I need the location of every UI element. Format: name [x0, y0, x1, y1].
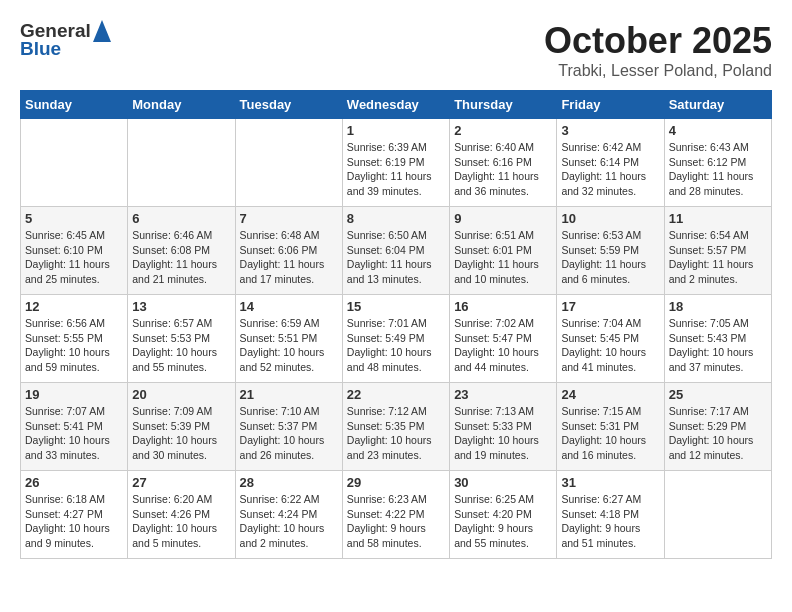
day-number: 19: [25, 387, 123, 402]
daylight-minutes: and 59 minutes.: [25, 360, 123, 375]
daylight-hours: Daylight: 10 hours: [561, 345, 659, 360]
calendar-cell: 20Sunrise: 7:09 AMSunset: 5:39 PMDayligh…: [128, 383, 235, 471]
daylight-hours: Daylight: 10 hours: [240, 345, 338, 360]
daylight-hours: Daylight: 10 hours: [240, 521, 338, 536]
calendar-cell: [21, 119, 128, 207]
calendar-cell: [128, 119, 235, 207]
day-number: 22: [347, 387, 445, 402]
calendar-cell: 1Sunrise: 6:39 AMSunset: 6:19 PMDaylight…: [342, 119, 449, 207]
sunset-info: Sunset: 5:39 PM: [132, 419, 230, 434]
daylight-hours: Daylight: 10 hours: [454, 433, 552, 448]
day-number: 17: [561, 299, 659, 314]
sunrise-info: Sunrise: 7:01 AM: [347, 316, 445, 331]
sunset-info: Sunset: 6:19 PM: [347, 155, 445, 170]
daylight-hours: Daylight: 10 hours: [454, 345, 552, 360]
daylight-minutes: and 16 minutes.: [561, 448, 659, 463]
daylight-hours: Daylight: 11 hours: [561, 257, 659, 272]
day-number: 20: [132, 387, 230, 402]
sunrise-info: Sunrise: 6:18 AM: [25, 492, 123, 507]
sunset-info: Sunset: 5:51 PM: [240, 331, 338, 346]
calendar-cell: 6Sunrise: 6:46 AMSunset: 6:08 PMDaylight…: [128, 207, 235, 295]
sunset-info: Sunset: 5:49 PM: [347, 331, 445, 346]
weekday-header-wednesday: Wednesday: [342, 91, 449, 119]
sunrise-info: Sunrise: 6:27 AM: [561, 492, 659, 507]
daylight-hours: Daylight: 10 hours: [347, 433, 445, 448]
daylight-hours: Daylight: 11 hours: [240, 257, 338, 272]
sunset-info: Sunset: 6:06 PM: [240, 243, 338, 258]
week-row-4: 19Sunrise: 7:07 AMSunset: 5:41 PMDayligh…: [21, 383, 772, 471]
sunset-info: Sunset: 6:16 PM: [454, 155, 552, 170]
day-number: 23: [454, 387, 552, 402]
day-number: 27: [132, 475, 230, 490]
weekday-header-monday: Monday: [128, 91, 235, 119]
sunrise-info: Sunrise: 6:50 AM: [347, 228, 445, 243]
calendar-cell: 16Sunrise: 7:02 AMSunset: 5:47 PMDayligh…: [450, 295, 557, 383]
daylight-minutes: and 19 minutes.: [454, 448, 552, 463]
daylight-hours: Daylight: 11 hours: [669, 169, 767, 184]
calendar-cell: 12Sunrise: 6:56 AMSunset: 5:55 PMDayligh…: [21, 295, 128, 383]
calendar-cell: 9Sunrise: 6:51 AMSunset: 6:01 PMDaylight…: [450, 207, 557, 295]
calendar-table: SundayMondayTuesdayWednesdayThursdayFrid…: [20, 90, 772, 559]
daylight-hours: Daylight: 10 hours: [25, 521, 123, 536]
daylight-hours: Daylight: 11 hours: [132, 257, 230, 272]
daylight-minutes: and 5 minutes.: [132, 536, 230, 551]
sunset-info: Sunset: 4:24 PM: [240, 507, 338, 522]
location-title: Trabki, Lesser Poland, Poland: [544, 62, 772, 80]
calendar-cell: 2Sunrise: 6:40 AMSunset: 6:16 PMDaylight…: [450, 119, 557, 207]
sunrise-info: Sunrise: 6:51 AM: [454, 228, 552, 243]
sunset-info: Sunset: 5:55 PM: [25, 331, 123, 346]
daylight-hours: Daylight: 10 hours: [347, 345, 445, 360]
sunset-info: Sunset: 6:08 PM: [132, 243, 230, 258]
sunrise-info: Sunrise: 7:04 AM: [561, 316, 659, 331]
sunrise-info: Sunrise: 7:05 AM: [669, 316, 767, 331]
calendar-cell: 18Sunrise: 7:05 AMSunset: 5:43 PMDayligh…: [664, 295, 771, 383]
sunrise-info: Sunrise: 6:39 AM: [347, 140, 445, 155]
daylight-hours: Daylight: 11 hours: [347, 257, 445, 272]
sunrise-info: Sunrise: 6:54 AM: [669, 228, 767, 243]
calendar-cell: 8Sunrise: 6:50 AMSunset: 6:04 PMDaylight…: [342, 207, 449, 295]
sunrise-info: Sunrise: 6:59 AM: [240, 316, 338, 331]
calendar-cell: 19Sunrise: 7:07 AMSunset: 5:41 PMDayligh…: [21, 383, 128, 471]
daylight-minutes: and 6 minutes.: [561, 272, 659, 287]
daylight-minutes: and 37 minutes.: [669, 360, 767, 375]
day-number: 30: [454, 475, 552, 490]
calendar-cell: 4Sunrise: 6:43 AMSunset: 6:12 PMDaylight…: [664, 119, 771, 207]
calendar-cell: 31Sunrise: 6:27 AMSunset: 4:18 PMDayligh…: [557, 471, 664, 559]
daylight-minutes: and 13 minutes.: [347, 272, 445, 287]
sunrise-info: Sunrise: 7:15 AM: [561, 404, 659, 419]
daylight-hours: Daylight: 10 hours: [669, 433, 767, 448]
daylight-hours: Daylight: 11 hours: [454, 169, 552, 184]
day-number: 3: [561, 123, 659, 138]
day-number: 14: [240, 299, 338, 314]
calendar-cell: 17Sunrise: 7:04 AMSunset: 5:45 PMDayligh…: [557, 295, 664, 383]
sunset-info: Sunset: 4:18 PM: [561, 507, 659, 522]
daylight-minutes: and 17 minutes.: [240, 272, 338, 287]
daylight-hours: Daylight: 9 hours: [561, 521, 659, 536]
daylight-hours: Daylight: 9 hours: [454, 521, 552, 536]
day-number: 7: [240, 211, 338, 226]
daylight-minutes: and 12 minutes.: [669, 448, 767, 463]
week-row-2: 5Sunrise: 6:45 AMSunset: 6:10 PMDaylight…: [21, 207, 772, 295]
calendar-cell: [235, 119, 342, 207]
calendar-cell: 21Sunrise: 7:10 AMSunset: 5:37 PMDayligh…: [235, 383, 342, 471]
daylight-minutes: and 55 minutes.: [454, 536, 552, 551]
sunrise-info: Sunrise: 7:09 AM: [132, 404, 230, 419]
sunset-info: Sunset: 5:45 PM: [561, 331, 659, 346]
daylight-hours: Daylight: 10 hours: [132, 433, 230, 448]
daylight-minutes: and 25 minutes.: [25, 272, 123, 287]
sunset-info: Sunset: 5:53 PM: [132, 331, 230, 346]
daylight-minutes: and 30 minutes.: [132, 448, 230, 463]
daylight-minutes: and 44 minutes.: [454, 360, 552, 375]
sunrise-info: Sunrise: 6:20 AM: [132, 492, 230, 507]
day-number: 16: [454, 299, 552, 314]
calendar-cell: 3Sunrise: 6:42 AMSunset: 6:14 PMDaylight…: [557, 119, 664, 207]
daylight-minutes: and 55 minutes.: [132, 360, 230, 375]
daylight-minutes: and 41 minutes.: [561, 360, 659, 375]
sunset-info: Sunset: 4:20 PM: [454, 507, 552, 522]
daylight-hours: Daylight: 11 hours: [454, 257, 552, 272]
calendar-cell: 10Sunrise: 6:53 AMSunset: 5:59 PMDayligh…: [557, 207, 664, 295]
daylight-hours: Daylight: 11 hours: [561, 169, 659, 184]
calendar-cell: 14Sunrise: 6:59 AMSunset: 5:51 PMDayligh…: [235, 295, 342, 383]
sunrise-info: Sunrise: 7:02 AM: [454, 316, 552, 331]
sunset-info: Sunset: 5:37 PM: [240, 419, 338, 434]
